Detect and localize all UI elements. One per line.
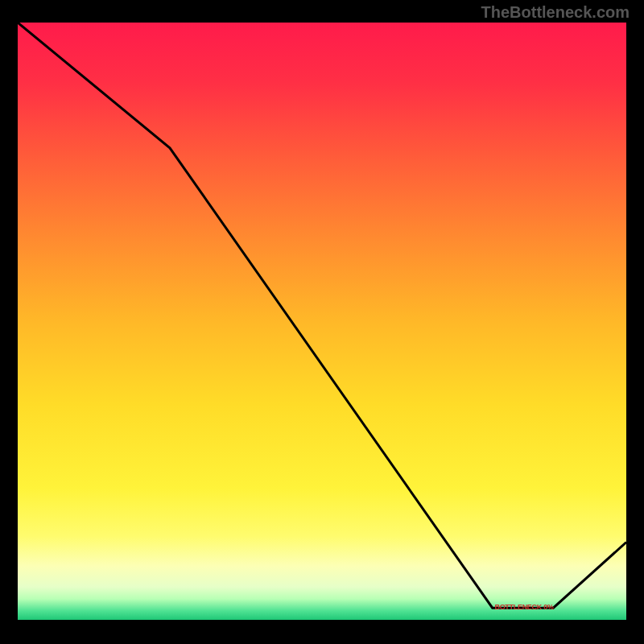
bottleneck-line: [18, 23, 626, 608]
watermark-text: TheBottleneck.com: [481, 3, 630, 22]
bottleneck-annotation: BOTTLENECK 0%: [494, 603, 553, 611]
chart-container: BOTTLENECK 0%: [18, 23, 626, 620]
chart-curve: [18, 23, 626, 620]
